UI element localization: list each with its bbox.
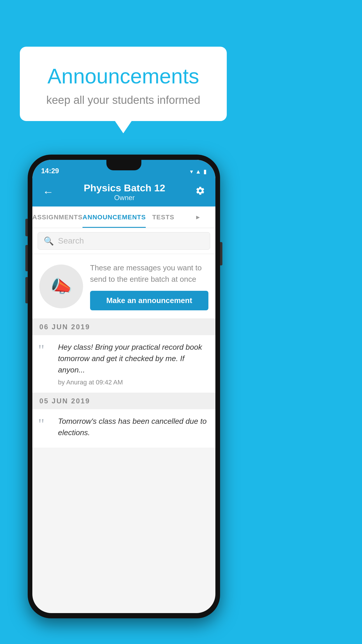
quote-icon-1: "	[38, 343, 53, 358]
wifi-icon: ▾	[190, 168, 193, 175]
tab-announcements[interactable]: ANNOUNCEMENTS	[82, 206, 146, 228]
announcement-text-1: Hey class! Bring your practical record b…	[58, 342, 210, 376]
announcement-promo-right: These are messages you want to send to t…	[90, 262, 208, 310]
announcement-promo-description: These are messages you want to send to t…	[90, 262, 208, 285]
speech-bubble-subtitle: keep all your students informed	[34, 94, 212, 106]
tab-bar: ASSIGNMENTS ANNOUNCEMENTS TESTS ▸	[32, 206, 215, 228]
announcement-text-2: Tomorrow's class has been cancelled due …	[58, 416, 210, 438]
search-bar[interactable]: 🔍 Search	[38, 232, 210, 250]
camera-notch	[106, 160, 141, 170]
speech-bubble: Announcements keep all your students inf…	[20, 47, 227, 121]
signal-icon: ▲	[195, 168, 201, 175]
screen-content: 14:29 ▾ ▲ ▮ ← Physics Batch 12 Owner	[32, 160, 215, 613]
announcement-meta-1: by Anurag at 09:42 AM	[58, 379, 210, 386]
quote-icon-2: "	[38, 417, 53, 432]
search-placeholder: Search	[58, 236, 84, 246]
speech-bubble-title: Announcements	[34, 64, 212, 88]
announcement-promo: 📣 These are messages you want to send to…	[32, 254, 215, 319]
search-icon: 🔍	[44, 236, 54, 246]
phone-mockup: 14:29 ▾ ▲ ▮ ← Physics Batch 12 Owner	[28, 155, 220, 618]
megaphone-icon: 📣	[50, 276, 72, 297]
tab-tests[interactable]: TESTS	[146, 206, 180, 228]
announcement-content-2: Tomorrow's class has been cancelled due …	[58, 416, 210, 441]
app-bar-title: Physics Batch 12	[57, 182, 192, 194]
announcement-item-1[interactable]: " Hey class! Bring your practical record…	[32, 335, 215, 393]
volume-down-button	[25, 277, 28, 303]
app-bar: ← Physics Batch 12 Owner	[32, 177, 215, 206]
search-bar-container: 🔍 Search	[32, 228, 215, 254]
battery-icon: ▮	[203, 168, 207, 175]
mute-button	[25, 219, 28, 236]
tab-assignments[interactable]: ASSIGNMENTS	[32, 206, 82, 228]
announcement-content-1: Hey class! Bring your practical record b…	[58, 342, 210, 386]
status-icons: ▾ ▲ ▮	[190, 168, 207, 175]
volume-up-button	[25, 245, 28, 271]
speech-bubble-container: Announcements keep all your students inf…	[20, 47, 227, 121]
settings-button[interactable]	[192, 183, 208, 201]
app-bar-title-section: Physics Batch 12 Owner	[57, 182, 192, 202]
date-separator-2: 05 JUN 2019	[32, 393, 215, 409]
make-announcement-button[interactable]: Make an announcement	[90, 291, 208, 310]
app-bar-subtitle: Owner	[57, 194, 192, 202]
tab-more[interactable]: ▸	[181, 206, 215, 228]
phone-screen: 14:29 ▾ ▲ ▮ ← Physics Batch 12 Owner	[32, 160, 215, 613]
phone-outer: 14:29 ▾ ▲ ▮ ← Physics Batch 12 Owner	[28, 155, 220, 618]
date-separator-1: 06 JUN 2019	[32, 319, 215, 335]
status-time: 14:29	[41, 167, 59, 175]
power-button	[220, 242, 222, 265]
announcement-icon-circle: 📣	[39, 265, 83, 308]
announcement-item-2[interactable]: " Tomorrow's class has been cancelled du…	[32, 409, 215, 448]
back-button[interactable]: ←	[40, 183, 57, 201]
